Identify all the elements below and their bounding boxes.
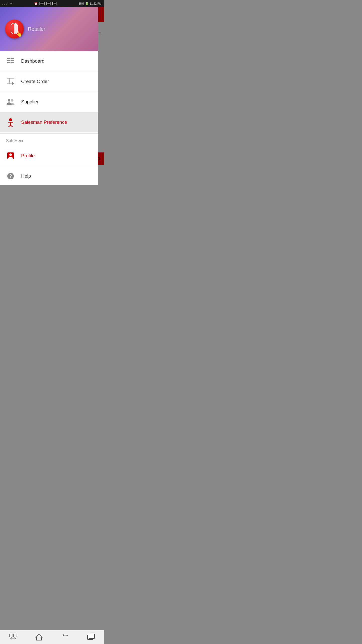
sidebar-item-salesman-preference[interactable]: Salesman Preference xyxy=(0,112,98,132)
network-4g-icon: 4G↓ xyxy=(39,2,45,5)
clock-icon: ⏰ xyxy=(34,2,38,5)
dashboard-icon xyxy=(6,57,15,66)
svg-rect-3 xyxy=(7,60,10,61)
sidebar-item-supplier[interactable]: Supplier xyxy=(0,92,98,112)
profile-icon xyxy=(6,151,15,160)
network-4g-2-icon: 4G xyxy=(46,2,51,5)
help-label: Help xyxy=(21,173,31,179)
whatsapp-icon: ⍽ xyxy=(3,2,5,5)
create-order-icon xyxy=(6,77,15,86)
time-display: 11:22 PM xyxy=(90,2,102,5)
supplier-label: Supplier xyxy=(21,99,39,105)
help-icon: ? xyxy=(6,172,15,181)
battery-icon: 🔋 xyxy=(85,2,89,5)
svg-point-21 xyxy=(9,153,12,156)
svg-line-18 xyxy=(9,125,11,127)
profile-label: Profile xyxy=(21,153,35,158)
drawer-menu: Dashboard Create Order xyxy=(0,51,98,185)
image-icon: ☄ xyxy=(6,2,9,5)
sub-menu-header: Sub Menu xyxy=(0,134,98,146)
sidebar-item-dashboard[interactable]: Dashboard xyxy=(0,51,98,71)
svg-line-19 xyxy=(11,125,13,127)
status-left-icons: ⍽ ☄ ✄ xyxy=(3,2,12,5)
app-logo: 👆 xyxy=(5,20,24,38)
navigation-drawer: 👆 Retailer Das xyxy=(0,7,98,185)
svg-rect-7 xyxy=(11,62,14,63)
svg-point-15 xyxy=(9,118,12,121)
logo-hand-icon: 👆 xyxy=(16,31,22,37)
mute-icon: ✄ xyxy=(10,2,12,5)
network-2g-icon: 2G xyxy=(52,2,57,5)
status-bar: ⍽ ☄ ✄ ⏰ 4G↓ 4G 2G 35% 🔋 11:22 PM xyxy=(0,0,104,7)
sidebar-item-create-order[interactable]: Create Order xyxy=(0,71,98,92)
svg-rect-6 xyxy=(11,60,14,61)
supplier-icon xyxy=(6,97,15,106)
app-title: Retailer xyxy=(28,26,45,32)
create-order-label: Create Order xyxy=(21,79,49,84)
dashboard-label: Dashboard xyxy=(21,58,44,64)
battery-percent: 35% xyxy=(79,2,84,5)
svg-point-14 xyxy=(11,99,13,102)
svg-rect-5 xyxy=(11,58,14,59)
salesman-preference-label: Salesman Preference xyxy=(21,119,67,125)
svg-text:?: ? xyxy=(9,174,12,179)
salesman-icon xyxy=(6,118,15,127)
status-right-icons: 35% 🔋 11:22 PM xyxy=(79,2,102,5)
svg-rect-2 xyxy=(7,58,10,59)
sidebar-item-profile[interactable]: Profile xyxy=(0,146,98,166)
drawer-header: 👆 Retailer xyxy=(0,7,98,51)
svg-point-13 xyxy=(8,99,10,102)
svg-rect-4 xyxy=(7,62,10,63)
sidebar-item-help[interactable]: ? Help xyxy=(0,166,98,185)
